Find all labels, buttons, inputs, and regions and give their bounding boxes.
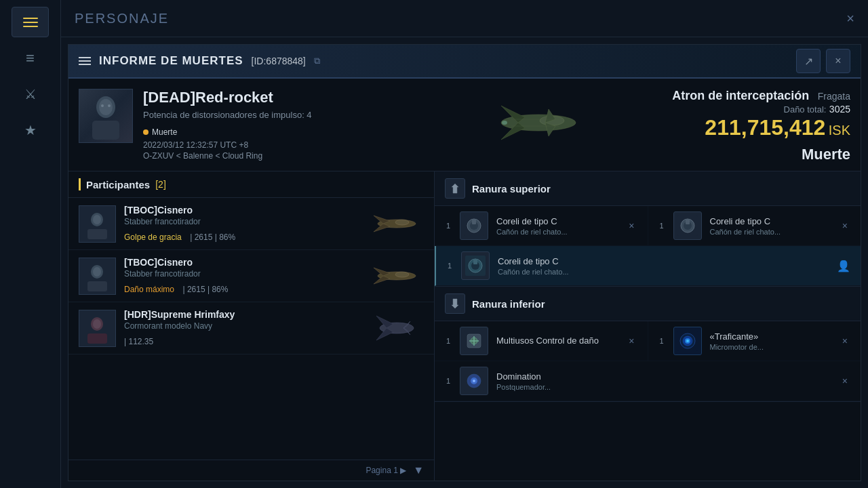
participant-name-3: [HDR]Supreme Hrimfaxy (124, 309, 361, 320)
participants-count: [2] (155, 179, 166, 190)
topbar-close-button[interactable]: × (846, 11, 854, 26)
svg-point-33 (93, 319, 101, 329)
bottom-split: Participantes [2] (68, 171, 861, 481)
module-remove-button[interactable]: × (840, 333, 850, 349)
main-panel: INFORME DE MUERTES [ID:6878848] ⧉ ↗ × (61, 37, 868, 488)
module-icon (460, 367, 488, 395)
module-name: Multiusos Control de daño (496, 336, 618, 346)
participant-info-3: [HDR]Supreme Hrimfaxy Cormorant modelo N… (124, 309, 361, 347)
external-icon: ↗ (804, 55, 813, 68)
module-icon (673, 327, 702, 355)
module-item[interactable]: 1 Domination Postquemador... (435, 361, 861, 401)
slot-section-inferior: Ranura inferior 1 (435, 287, 861, 402)
participant-badge-1: Golpe de gracia (124, 232, 182, 242)
svg-point-25 (93, 267, 101, 277)
sidebar-item-combat[interactable]: ⚔ (12, 79, 49, 109)
report-menu-icon[interactable] (79, 57, 91, 65)
module-remove-button[interactable]: × (840, 218, 850, 234)
module-item[interactable]: 1 Multiuso (435, 321, 648, 361)
report-close-button[interactable]: × (826, 49, 850, 73)
svg-rect-47 (686, 219, 690, 224)
external-link-button[interactable]: ↗ (796, 49, 821, 73)
report-header-actions: ↗ × (796, 49, 850, 73)
sidebar-item-star[interactable]: ★ (12, 115, 49, 145)
filter-icon[interactable]: ▼ (413, 464, 424, 476)
module-icon (461, 251, 490, 280)
module-qty: 1 (658, 222, 665, 230)
participant-info-2: [TBOC]Cisnero Stabber francotirador Daño… (124, 257, 361, 295)
module-info: «Traficante» Micromotor de... (710, 331, 831, 351)
module-qty: 1 (445, 222, 452, 230)
participant-avatar-2 (79, 258, 116, 295)
tag-dot (143, 129, 149, 135)
ship-name-value: Atron de interceptación Fragata (672, 89, 850, 103)
participant-ship-3: Cormorant modelo Navy (124, 321, 361, 331)
svg-point-11 (502, 121, 507, 125)
svg-marker-52 (452, 299, 458, 308)
module-icon (460, 327, 488, 355)
participant-name-1: [TBOC]Cisnero (124, 205, 361, 216)
report-id: [ID:6878848] (252, 56, 306, 66)
module-remove-button[interactable]: × (840, 373, 850, 389)
slot-header-inferior: Ranura inferior (435, 287, 861, 321)
participant-info-1: [TBOC]Cisnero Stabber francotirador Golp… (124, 205, 361, 243)
svg-point-62 (686, 340, 689, 342)
sidebar: ≡ ⚔ ★ (0, 0, 61, 488)
kill-info-section: [DEAD]Red-rocket Potencia de distorsiona… (68, 79, 861, 171)
participants-header: Participantes [2] (68, 171, 434, 198)
slot-section-superior: Ranura superior 1 (435, 171, 861, 287)
svg-point-17 (93, 215, 101, 224)
module-name: «Traficante» (710, 331, 831, 342)
module-icon (673, 211, 702, 240)
participant-avatar-1 (79, 205, 116, 243)
participants-panel: Participantes [2] (68, 171, 435, 481)
participant-ship-1: Stabber francotirador (124, 217, 361, 226)
topbar: PERSONAJE × (61, 0, 868, 37)
victim-tag: Muerte (143, 127, 177, 137)
participant-ship-img-1 (370, 207, 424, 241)
copy-icon[interactable]: ⧉ (314, 56, 320, 66)
kill-type-label: Muerte (672, 146, 850, 163)
participants-title: Participantes (86, 179, 150, 190)
list-item[interactable]: [HDR]Supreme Hrimfaxy Cormorant modelo N… (68, 302, 434, 354)
module-row-group-2: 1 Multiuso (435, 321, 861, 361)
sidebar-item-lines[interactable]: ≡ (12, 43, 49, 73)
sidebar-menu-button[interactable] (12, 7, 49, 37)
slot-title-superior: Ranura superior (472, 183, 551, 195)
module-name: Domination (496, 371, 831, 382)
tag-label: Muerte (152, 127, 177, 137)
svg-rect-32 (87, 333, 107, 344)
module-remove-button[interactable]: × (626, 218, 637, 234)
module-qty: 1 (658, 337, 665, 345)
module-item[interactable]: 1 «Trafica (648, 321, 861, 361)
svg-rect-16 (87, 229, 107, 239)
slot-icon-superior (445, 178, 465, 199)
module-info: Coreli de tipo C Cañón de riel chato... (496, 216, 618, 236)
module-name: Coreli de tipo C (710, 216, 831, 226)
participant-avatar-3 (79, 310, 116, 347)
module-item-highlighted[interactable]: 1 Coreli de tipo C Cañón de riel ch (435, 246, 861, 286)
svg-point-19 (395, 220, 409, 225)
svg-point-27 (395, 272, 409, 277)
list-item[interactable]: [TBOC]Cisnero Stabber francotirador Daño… (68, 250, 434, 302)
list-item[interactable]: [TBOC]Cisnero Stabber francotirador Golp… (68, 198, 434, 250)
module-qty: 1 (446, 262, 453, 270)
ship-image (464, 89, 613, 157)
slot-header-superior: Ranura superior (435, 171, 861, 206)
svg-point-66 (473, 380, 475, 382)
report-title: INFORME DE MUERTES (99, 54, 243, 68)
participant-damage-1: | 2615 | 86% (190, 232, 235, 242)
hamburger-line-1 (23, 18, 38, 19)
close-icon: × (835, 55, 841, 67)
module-name: Coreli de tipo C (496, 216, 618, 226)
isk-display: 211,715,412 ISK (672, 115, 850, 140)
module-info: Coreli de tipo C Cañón de riel chato... (498, 256, 829, 276)
module-subname: Micromotor de... (710, 343, 831, 351)
pagination-bar: Pagina 1 ▶ ▼ (68, 460, 434, 481)
svg-rect-51 (473, 259, 477, 264)
slot-icon-inferior (445, 293, 465, 314)
module-subname: Cañón de riel chato... (710, 228, 831, 236)
module-item[interactable]: 1 Coreli de tipo C (435, 206, 648, 246)
module-item[interactable]: 1 Coreli de tipo C (648, 206, 861, 246)
module-remove-button[interactable]: × (626, 333, 637, 349)
